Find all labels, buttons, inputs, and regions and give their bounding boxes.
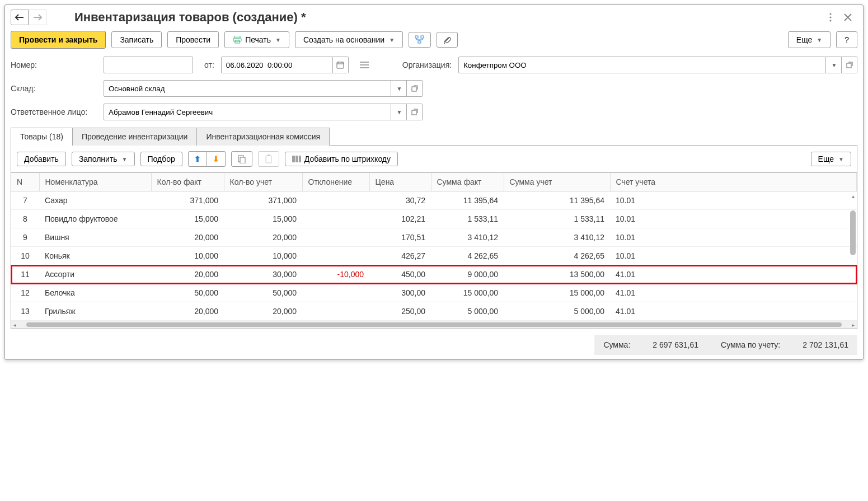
org-dropdown-button[interactable]: ▼ (826, 57, 842, 73)
col-qty-acc[interactable]: Кол-во учет (224, 173, 302, 191)
cell-account: 41.01 (610, 302, 857, 321)
col-dev[interactable]: Отклонение (302, 173, 369, 191)
table-row[interactable]: 10Коньяк10,00010,000426,274 262,654 262,… (11, 247, 857, 265)
col-qty-fact[interactable]: Кол-во факт (151, 173, 224, 191)
cell-name: Сахар (39, 191, 151, 210)
svg-point-0 (829, 13, 831, 15)
post-and-close-button[interactable]: Провести и закрыть (11, 31, 106, 49)
chevron-down-icon: ▼ (397, 109, 402, 115)
col-sum-acc[interactable]: Сумма учет (504, 173, 610, 191)
help-button[interactable]: ? (836, 31, 857, 48)
warehouse-dropdown-button[interactable]: ▼ (391, 80, 407, 97)
responsible-open-button[interactable] (407, 104, 423, 120)
table-row[interactable]: 7Сахар371,000371,00030,7211 395,6411 395… (11, 191, 857, 210)
printer-icon (233, 36, 242, 44)
barcode-icon (292, 155, 301, 163)
cell-n: 10 (11, 247, 39, 265)
copy-button[interactable] (231, 151, 252, 167)
col-price[interactable]: Цена (369, 173, 431, 191)
more-button[interactable]: Еще ▼ (788, 31, 831, 48)
svg-point-1 (829, 16, 831, 18)
table-row[interactable]: 8Повидло фруктовое15,00015,000102,211 53… (11, 210, 857, 228)
cell-qty-acc: 15,000 (224, 210, 302, 228)
cell-qty-fact: 371,000 (151, 191, 224, 210)
col-account[interactable]: Счет учета (610, 173, 857, 191)
add-barcode-button[interactable]: Добавить по штрихкоду (285, 152, 398, 166)
attachment-button[interactable] (437, 32, 458, 48)
fill-button[interactable]: Заполнить ▼ (72, 152, 135, 166)
kebab-menu-button[interactable] (827, 12, 834, 23)
paste-button[interactable] (258, 151, 279, 167)
calendar-button[interactable] (333, 57, 349, 73)
col-n[interactable]: N (11, 173, 39, 191)
table-row[interactable]: 13Грильяж20,00020,000250,005 000,005 000… (11, 302, 857, 321)
kebab-icon (829, 13, 832, 22)
responsible-dropdown-button[interactable]: ▼ (391, 104, 407, 120)
svg-rect-14 (240, 157, 245, 163)
move-down-button[interactable]: ⬇ (207, 151, 226, 167)
move-up-button[interactable]: ⬆ (188, 151, 207, 167)
horizontal-scrollbar[interactable]: ◂ ▸ (11, 321, 857, 329)
cell-sum-acc: 4 262,65 (504, 247, 610, 265)
scrollbar-thumb[interactable] (850, 210, 856, 255)
cell-price: 170,51 (369, 228, 431, 247)
cell-account: 41.01 (610, 284, 857, 302)
sum-value: 2 697 631,61 (653, 340, 698, 349)
paperclip-icon (443, 35, 452, 44)
svg-rect-12 (412, 110, 416, 115)
tabs: Товары (18) Проведение инвентаризации Ин… (11, 127, 857, 146)
scrollbar-h-thumb[interactable] (26, 322, 842, 327)
structure-button[interactable] (409, 32, 431, 48)
warehouse-open-button[interactable] (407, 80, 423, 97)
tab-commission[interactable]: Инвентаризационная комиссия (196, 128, 330, 146)
cell-name: Коньяк (39, 247, 151, 265)
warehouse-input[interactable] (104, 80, 391, 97)
print-button[interactable]: Печать ▼ (224, 31, 289, 48)
tab-conduct[interactable]: Проведение инвентаризации (72, 128, 197, 146)
vertical-scrollbar[interactable]: ▴ (850, 193, 856, 319)
cell-sum-acc: 1 533,11 (504, 210, 610, 228)
row-responsible: Ответственное лицо: ▼ (11, 104, 857, 120)
write-button[interactable]: Записать (111, 31, 162, 48)
arrow-left-icon (15, 14, 24, 21)
cell-n: 8 (11, 210, 39, 228)
table-row[interactable]: 11Ассорти20,00030,000-10,000450,009 000,… (11, 265, 857, 284)
col-nomen[interactable]: Номенклатура (39, 173, 151, 191)
col-sum-fact[interactable]: Сумма факт (431, 173, 504, 191)
responsible-input[interactable] (104, 104, 391, 120)
svg-rect-4 (233, 38, 241, 41)
tab-goods[interactable]: Товары (18) (11, 128, 73, 146)
pick-button[interactable]: Подбор (140, 152, 182, 166)
cell-sum-acc: 5 000,00 (504, 302, 610, 321)
chevron-down-icon: ▼ (389, 37, 395, 43)
close-button[interactable] (842, 12, 854, 23)
nav-back-button[interactable] (11, 10, 29, 25)
cell-account: 41.01 (610, 265, 857, 284)
add-button[interactable]: Добавить (17, 152, 66, 166)
date-input[interactable] (221, 57, 333, 73)
create-based-button[interactable]: Создать на основании ▼ (295, 31, 403, 48)
table-row[interactable]: 12Белочка50,00050,000300,0015 000,0015 0… (11, 284, 857, 302)
goods-table: N Номенклатура Кол-во факт Кол-во учет О… (11, 173, 857, 321)
cell-qty-acc: 30,000 (224, 265, 302, 284)
cell-qty-fact: 10,000 (151, 247, 224, 265)
cell-qty-acc: 371,000 (224, 191, 302, 210)
svg-rect-7 (421, 36, 424, 38)
table-row[interactable]: 9Вишня20,00020,000170,513 410,123 410,12… (11, 228, 857, 247)
post-button[interactable]: Провести (167, 31, 219, 48)
cell-sum-fact: 4 262,65 (431, 247, 504, 265)
tab-more-button[interactable]: Еще ▼ (811, 152, 851, 166)
org-open-button[interactable] (842, 57, 857, 73)
list-icon-button[interactable] (358, 60, 371, 69)
summary-bar: Сумма: 2 697 631,61 Сумма по учету: 2 70… (594, 335, 857, 355)
number-input[interactable] (104, 57, 193, 73)
main-toolbar: Провести и закрыть Записать Провести Печ… (11, 31, 857, 49)
nav-forward-button[interactable] (29, 10, 46, 25)
sum-label: Сумма: (603, 340, 630, 349)
cell-sum-fact: 15 000,00 (431, 284, 504, 302)
cell-dev (302, 191, 369, 210)
cell-n: 9 (11, 228, 39, 247)
org-input[interactable] (458, 57, 826, 73)
chevron-down-icon: ▼ (817, 37, 822, 43)
cell-qty-fact: 50,000 (151, 284, 224, 302)
